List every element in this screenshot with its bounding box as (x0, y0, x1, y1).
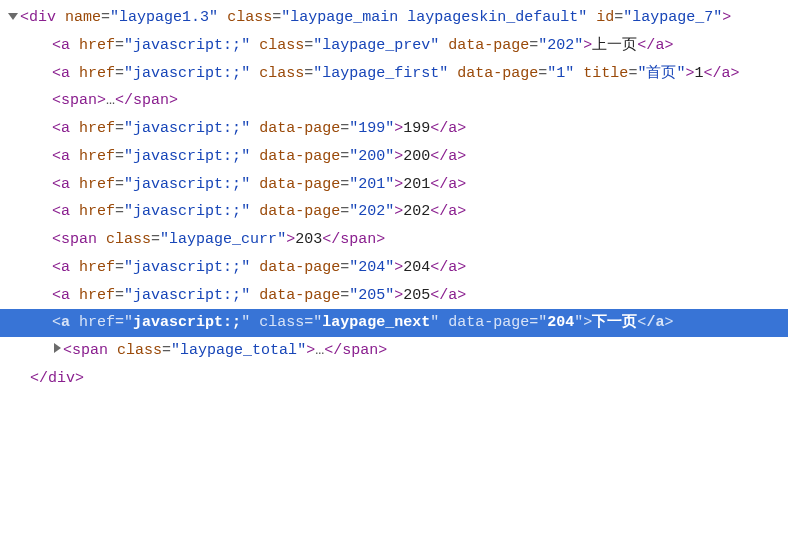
expand-triangle-icon[interactable] (8, 13, 18, 20)
expand-triangle-icon[interactable] (54, 343, 61, 353)
dom-node-a-page[interactable]: <a href="javascript:;" data-page="202">2… (8, 198, 780, 226)
dom-node-a-page[interactable]: <a href="javascript:;" data-page="201">2… (8, 171, 780, 199)
text-next: 下一页 (592, 314, 637, 331)
dom-node-a-next-selected[interactable]: <a href="javascript:;" class="laypage_ne… (0, 309, 788, 337)
dom-node-a-page[interactable]: <a href="javascript:;" data-page="200">2… (8, 143, 780, 171)
dom-node-a-page[interactable]: <a href="javascript:;" data-page="205">2… (8, 282, 780, 310)
dom-node-div-open[interactable]: <div name="laypage1.3" class="laypage_ma… (8, 4, 780, 32)
dom-node-a-page[interactable]: <a href="javascript:;" data-page="204">2… (8, 254, 780, 282)
dom-node-a-prev[interactable]: <a href="javascript:;" class="laypage_pr… (8, 32, 780, 60)
text-prev: 上一页 (592, 37, 637, 54)
dom-node-span-ellipsis[interactable]: <span>…</span> (8, 87, 780, 115)
dom-node-a-page[interactable]: <a href="javascript:;" data-page="199">1… (8, 115, 780, 143)
dom-node-span-total[interactable]: <span class="laypage_total">…</span> (8, 337, 780, 365)
dom-node-div-close[interactable]: </div> (8, 365, 780, 393)
dom-node-a-first[interactable]: <a href="javascript:;" class="laypage_fi… (8, 60, 780, 88)
dom-node-span-curr[interactable]: <span class="laypage_curr">203</span> (8, 226, 780, 254)
